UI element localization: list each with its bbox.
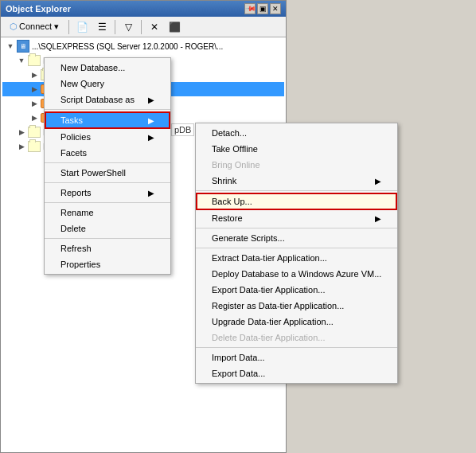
menu-delete-datatier-label: Delete Data-tier Application... [212, 333, 325, 342]
title-bar-buttons: 📌 ▣ ✕ [244, 3, 281, 14]
undock-button[interactable]: ▣ [257, 3, 268, 14]
toolbar: ⬡ Connect ▾ 📄 ☰ ▽ ✕ ⬛ [1, 17, 286, 37]
menu-import-data-label: Import Data... [212, 353, 265, 362]
menu-sep-1 [45, 109, 170, 110]
menu-start-powershell-label: Start PowerShell [60, 168, 126, 178]
menu-shrink-label: Shrink [212, 176, 236, 185]
menu-rename-label: Rename [60, 208, 94, 217]
menu-export-datatier-label: Export Data-tier Application... [212, 285, 325, 295]
menu-generate-scripts-label: Generate Scripts... [212, 233, 285, 243]
menu-refresh[interactable]: Refresh [45, 240, 170, 256]
menu-reports[interactable]: Reports ▶ [45, 185, 170, 201]
menu-start-powershell[interactable]: Start PowerShell [45, 165, 170, 181]
shrink-arrow: ▶ [375, 177, 381, 185]
menu-facets-label: Facets [60, 148, 87, 158]
menu-tasks[interactable]: Tasks ▶ [45, 111, 170, 129]
menu-export-data[interactable]: Export Data... [196, 365, 397, 381]
menu-sep-3 [45, 182, 170, 183]
reports-arrow: ▶ [148, 189, 154, 197]
menu-deploy-azure-label: Deploy Database to a Windows Azure VM... [212, 269, 381, 279]
connect-button[interactable]: ⬡ Connect ▾ [4, 19, 64, 34]
menu-shrink[interactable]: Shrink ▶ [196, 173, 397, 189]
menu-sep-4 [45, 202, 170, 203]
menu-take-offline-label: Take Offline [212, 144, 258, 154]
menu-upgrade-datatier-label: Upgrade Data-tier Application... [212, 317, 334, 326]
connect-icon: ⬡ [10, 21, 18, 32]
window-title: Object Explorer [6, 4, 71, 14]
menu-new-database-label: New Database... [60, 63, 125, 72]
menu-upgrade-datatier[interactable]: Upgrade Data-tier Application... [196, 314, 397, 330]
menu-facets[interactable]: Facets [45, 145, 170, 161]
expand-icon-se1: ▶ [28, 97, 41, 110]
menu-delete[interactable]: Delete [45, 221, 170, 236]
expand-icon-system-db: ▶ [28, 68, 41, 81]
toolbar-separator-2 [115, 20, 115, 34]
expand-icon-baza: ▶ [28, 83, 41, 96]
menu-script-database-label: Script Database as [60, 95, 135, 104]
toolbar-new-query-btn[interactable]: 📄 [73, 19, 91, 35]
menu-policies-label: Policies [60, 132, 91, 142]
menu-backup[interactable]: Back Up... [196, 193, 397, 210]
menu-new-query[interactable]: New Query [45, 76, 170, 92]
script-database-arrow: ▶ [148, 96, 154, 104]
tree-server-node[interactable]: ▼ 🖥 ...\SQLEXPRESS (SQL Server 12.0.2000… [2, 39, 284, 53]
menu-import-data[interactable]: Import Data... [196, 350, 397, 365]
menu-extract-datatier[interactable]: Extract Data-tier Application... [196, 250, 397, 266]
menu-export-data-label: Export Data... [212, 369, 265, 378]
restore-arrow: ▶ [375, 214, 381, 223]
menu-take-offline[interactable]: Take Offline [196, 141, 397, 157]
menu-backup-label: Back Up... [212, 197, 252, 206]
menu-tasks-label: Tasks [60, 115, 83, 125]
server-label: ...\SQLEXPRESS (SQL Server 12.0.2000 - R… [32, 42, 223, 51]
menu-restore[interactable]: Restore ▶ [196, 210, 397, 226]
menu-properties-label: Properties [60, 260, 100, 269]
menu-new-database[interactable]: New Database... [45, 60, 170, 76]
menu-detach[interactable]: Detach... [196, 125, 397, 141]
context-menu-1: New Database... New Query Script Databas… [44, 57, 171, 275]
tasks-sep-1 [196, 190, 397, 191]
menu-new-query-label: New Query [60, 79, 104, 88]
menu-reports-label: Reports [60, 188, 92, 197]
menu-refresh-label: Refresh [60, 244, 92, 253]
re-folder-icon [28, 127, 41, 138]
server-icon: 🖥 [17, 40, 29, 53]
expand-icon-m: ▶ [15, 140, 28, 153]
menu-deploy-azure[interactable]: Deploy Database to a Windows Azure VM... [196, 266, 397, 282]
menu-detach-label: Detach... [212, 128, 247, 138]
tasks-sep-3 [196, 248, 397, 248]
toolbar-separator-1 [68, 20, 69, 34]
context-menu-2: Detach... Take Offline Bring Online Shri… [195, 123, 398, 384]
menu-sep-2 [45, 162, 170, 163]
expand-icon-se2: ▶ [28, 111, 41, 124]
menu-rename[interactable]: Rename [45, 205, 170, 221]
expand-icon-databases: ▼ [15, 54, 28, 67]
expand-icon-re: ▶ [15, 126, 28, 139]
close-button[interactable]: ✕ [270, 3, 281, 14]
menu-export-datatier[interactable]: Export Data-tier Application... [196, 282, 397, 298]
menu-bring-online-label: Bring Online [212, 160, 260, 170]
tasks-sep-4 [196, 347, 397, 348]
menu-extract-datatier-label: Extract Data-tier Application... [212, 253, 327, 263]
menu-restore-label: Restore [212, 213, 243, 223]
menu-delete-datatier: Delete Data-tier Application... [196, 330, 397, 346]
floating-db-label: pDB [171, 123, 194, 136]
m-folder-icon [28, 141, 41, 152]
connect-label: Connect ▾ [19, 21, 59, 32]
toolbar-separator-3 [141, 20, 142, 34]
policies-arrow: ▶ [148, 133, 154, 142]
toolbar-filter-btn[interactable]: ▽ [119, 19, 137, 35]
toolbar-list-btn[interactable]: ☰ [93, 19, 111, 35]
tasks-arrow: ▶ [148, 116, 154, 125]
menu-properties[interactable]: Properties [45, 256, 170, 272]
menu-register-datatier-label: Register as Data-tier Application... [212, 301, 344, 310]
menu-sep-5 [45, 238, 170, 239]
pin-button[interactable]: 📌 [244, 3, 256, 14]
toolbar-refresh-btn[interactable]: ⬛ [166, 19, 183, 35]
databases-folder-icon [28, 55, 41, 66]
toolbar-stop-btn[interactable]: ✕ [146, 19, 163, 35]
menu-script-database[interactable]: Script Database as ▶ [45, 92, 170, 107]
menu-generate-scripts[interactable]: Generate Scripts... [196, 230, 397, 246]
menu-register-datatier[interactable]: Register as Data-tier Application... [196, 298, 397, 314]
title-bar: Object Explorer 📌 ▣ ✕ [1, 1, 286, 17]
menu-policies[interactable]: Policies ▶ [45, 129, 170, 145]
